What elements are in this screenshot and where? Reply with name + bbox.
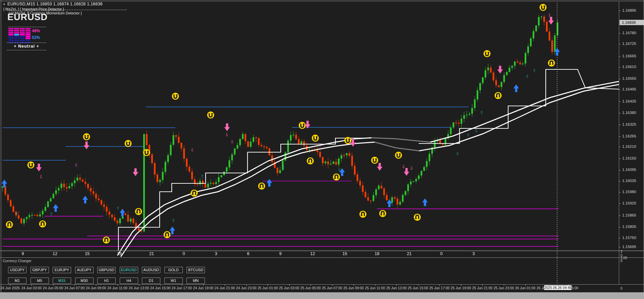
uturn-up-disc-icon [414,214,421,221]
timeframe-button-m1[interactable]: M1 [8,278,26,284]
hour-label: 9 [18,251,28,256]
price-tick-label: 1.15695 [622,245,636,249]
price-tick-mark [619,216,621,216]
minor-arrow-down-icon: ⇩ [39,174,43,179]
uturn-up-disc-icon [333,174,340,181]
hour-label: 21 [147,251,157,256]
price-tick-label: 1.15980 [622,190,636,194]
momentum-cell-1-1 [14,30,19,32]
price-tick-mark [619,203,621,204]
momentum-cell-4-3 [25,36,31,37]
minor-arrow-down-icon: ⇩ [74,163,78,168]
subwindow-separator-2[interactable] [0,257,644,258]
price-tick-label: 1.16150 [622,156,636,160]
minor-arrow-up-icon: ⇧ [480,110,484,115]
price-tick-mark [619,79,621,79]
uturn-up-disc-icon [191,190,198,197]
subwindow-separator-1b [0,251,644,251]
symbol-button-audusd[interactable]: AUDUSD [142,267,160,273]
price-tick-mark [619,170,621,170]
price-tick-mark [619,33,621,34]
timeframe-button-w1[interactable]: W1 [164,278,183,284]
price-tick-label: 1.16610 [622,65,636,69]
symbol-button-eurjpy[interactable]: EURJPY [53,267,71,273]
timeframe-button-h4[interactable]: H4 [120,278,138,284]
uturn-down-disc-icon [299,122,306,129]
uturn-down-disc-icon [395,152,402,159]
current-time-badge: 2025.06.26 04:45 [544,285,572,290]
momentum-cell-1-2 [20,30,25,32]
timeframe-button-h1[interactable]: H1 [97,278,116,284]
price-tick-mark [619,181,621,181]
hour-label: 6 [243,251,253,256]
chart-canvas[interactable]: ⇩⇩⇩⇩⇩⇩⇩⇩⇩⇧⇧⇧⇧⇧⇧⇧⇧⇧⇧⇧⇧⇧⇧ [0,0,644,299]
momentum-cell-1-3 [25,30,31,32]
symbol-button-gbpjpy[interactable]: GBPJPY [31,267,49,273]
momentum-cell-0-1 [14,28,19,29]
momentum-cell-0-2 [20,28,25,29]
price-tick-label: 1.16665 [622,54,636,58]
minor-arrow-down-icon: ⇩ [230,139,234,144]
minor-arrow-up-icon: ⇧ [116,205,120,211]
minor-arrow-down-icon: ⇩ [410,166,414,171]
uturn-down-disc-icon [484,50,491,57]
uturn-up-disc-icon [307,158,314,165]
momentum-cell-1-0 [8,30,13,32]
symbol-button-usdjpy[interactable]: USDJPY [8,267,26,273]
minor-arrow-up-icon: ⇧ [172,218,175,223]
neutral-dash-top [7,43,46,43]
momentum-strength-grid [8,28,31,43]
current-price-badge: 1.16836 [620,20,644,25]
price-tick-label: 1.16780 [622,31,636,35]
momentum-cell-4-1 [14,36,19,37]
price-tick-mark [619,238,621,238]
price-tick-mark [619,159,621,159]
uturn-down-disc-icon [371,157,378,164]
timeframe-button-d1[interactable]: D1 [142,278,160,284]
minor-arrow-down-icon: ⇩ [225,132,229,137]
price-tick-mark [619,136,621,137]
uturn-down-disc-icon [83,133,90,140]
timeframe-button-m30[interactable]: M30 [75,278,94,284]
timeframe-button-m5[interactable]: M5 [31,278,49,284]
symbol-button-btcusd[interactable]: BTCUSD [186,267,205,273]
momentum-cell-6-3 [25,40,31,41]
chart-title: ▼EURUSD,M15 1.16853 1.16874 1.16828 1.16… [3,2,103,6]
momentum-cell-6-0 [8,40,13,41]
uturn-down-disc-icon [28,162,35,169]
uturn-up-disc-icon [103,237,110,244]
timeframe-button-m15[interactable]: M15 [53,278,71,284]
window-border-top [0,0,644,0]
hour-label: 3 [211,251,221,256]
dashed-divider [25,10,127,10]
momentum-symbol-label: EURUSD [7,12,48,22]
subwindow-separator-1[interactable] [0,250,644,251]
momentum-cell-5-3 [25,38,31,39]
momentum-dash-top [8,27,46,27]
price-tick-label: 1.16550 [622,76,636,80]
chart-title-text: EURUSD,M15 1.16853 1.16874 1.16828 1.168… [7,2,103,6]
hour-label: 15 [340,251,350,256]
neutral-state-button[interactable]: + Neutral + [7,44,46,49]
price-tick-mark [619,89,621,90]
subwindow-separator-3[interactable] [0,284,644,285]
minor-arrow-up-icon: ⇧ [142,196,146,201]
uturn-up-disc-icon [360,211,367,218]
price-tick-mark [619,147,621,147]
symbol-dropdown-icon[interactable]: ▼ [3,3,6,6]
symbol-button-eurusd[interactable]: EURUSD [120,267,138,273]
symbol-button-gbpusd[interactable]: GBPUSD [97,267,116,273]
minor-arrow-up-icon: ⇧ [338,167,341,172]
price-tick-mark [619,247,621,247]
symbol-button-gold[interactable]: GOLD [164,267,183,273]
chart-surface[interactable] [2,2,619,250]
uturn-up-disc-icon [6,221,13,228]
price-tick-mark [619,67,621,67]
hour-label: 12 [50,251,60,256]
symbol-button-audjpy[interactable]: AUDJPY [75,267,94,273]
hour-label: 21 [404,251,414,256]
timeframe-button-mn[interactable]: MN [186,278,205,284]
price-tick-label: 1.16725 [622,42,636,46]
uturn-up-disc-icon [135,208,142,215]
minor-arrow-up-icon: ⇧ [475,128,478,133]
